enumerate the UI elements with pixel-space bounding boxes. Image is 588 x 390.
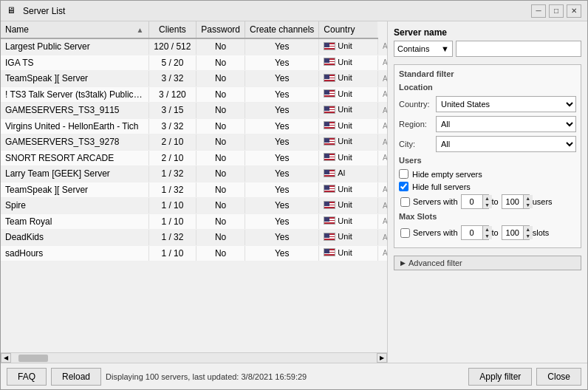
city-row: City: All [399,136,576,152]
min-users-input[interactable] [462,195,482,208]
us-flag [324,248,335,256]
col-header-channels[interactable]: Create channels [245,21,318,38]
minimize-button[interactable]: ─ [531,4,546,18]
country-select[interactable]: United States All Germany France [436,96,576,112]
country-text: Unit [338,41,352,50]
cell-clients: 2 / 10 [148,150,196,166]
cell-country: Unit [319,150,378,166]
city-label: City: [399,140,431,148]
country-text: Unit [338,216,352,225]
cell-name: ! TS3 Talk Server (ts3talk) Public ! b..… [1,86,148,103]
city-select[interactable]: All [436,136,576,152]
table-row[interactable]: Largest Public Server120 / 512NoYesUnitA… [1,38,387,55]
max-users-arrows: ▲ ▼ [523,195,533,208]
dropdown-arrow-icon: ▼ [441,44,449,53]
horizontal-scrollbar[interactable]: ◀ ▶ [1,352,387,363]
flag-icon: Unit [324,41,352,50]
scroll-thumb [18,355,48,362]
table-row[interactable]: ! TS3 Talk Server (ts3talk) Public ! b..… [1,86,387,103]
country-row: Country: United States All Germany Franc… [399,96,576,112]
country-text: Unit [338,137,352,146]
flag-icon: Unit [324,89,352,98]
cell-arrow: Ar [377,71,387,87]
faq-button[interactable]: FAQ [7,368,47,386]
max-slots-input[interactable] [502,226,523,239]
country-text: Unit [338,58,352,66]
cell-clients: 5 / 20 [148,55,196,71]
slots-range-checkbox[interactable] [400,228,410,238]
apply-filter-button[interactable]: Apply filter [468,368,532,386]
close-window-button[interactable]: ✕ [567,4,581,18]
min-slots-up[interactable]: ▲ [483,226,492,233]
max-slots-down[interactable]: ▼ [524,233,533,239]
scroll-track-area[interactable] [11,353,377,363]
flag-icon: Unit [324,232,352,241]
cell-name: Spire [1,198,148,214]
server-name-input[interactable] [456,41,581,57]
advanced-filter-button[interactable]: ▶ Advanced filter [394,256,581,270]
cell-country: Unit [319,198,378,214]
cell-password: No [196,71,245,87]
cell-arrow: Ar [377,38,387,55]
min-slots-input[interactable] [462,226,482,239]
max-slots-up[interactable]: ▲ [524,226,533,233]
us-flag [324,169,335,177]
table-row[interactable]: GAMESERVERS_TS3_92782 / 10NoYesUnitAr [1,134,387,151]
max-users-input[interactable] [502,195,523,208]
table-row[interactable]: TeamSpeak ][ Server1 / 32NoYesUnitAr [1,182,387,198]
cell-country: Al [319,166,378,182]
hide-empty-checkbox[interactable] [399,169,408,179]
col-header-clients[interactable]: Clients [148,21,196,38]
cell-channels: Yes [245,230,318,246]
users-range-checkbox[interactable] [400,197,410,207]
cell-name: Virgins United - HellonEarth - Tich [1,118,148,134]
country-text: Unit [338,232,352,241]
close-button[interactable]: Close [536,368,581,386]
cell-channels: Yes [245,166,318,182]
table-row[interactable]: DeadKids1 / 32NoYesUnitAr [1,230,387,246]
us-flag [324,201,335,209]
col-header-password[interactable]: Password [196,21,245,38]
hide-full-checkbox[interactable] [399,182,408,191]
cell-country: Unit [319,182,378,198]
cell-password: No [196,55,245,71]
region-select[interactable]: All [436,116,576,132]
cell-clients: 3 / 15 [148,103,196,119]
table-row[interactable]: TeamSpeak ][ Server3 / 32NoYesUnitAr [1,71,387,87]
flag-icon: Unit [324,200,352,209]
max-users-down[interactable]: ▼ [524,202,533,208]
min-users-down[interactable]: ▼ [483,202,492,208]
bottom-bar: FAQ Reload Displaying 100 servers, last … [1,363,587,389]
table-container[interactable]: Name ▲ Clients Password Cre [1,21,387,352]
col-header-name[interactable]: Name ▲ [1,21,148,38]
min-slots-down[interactable]: ▼ [483,233,492,239]
hide-full-label: Hide full servers [412,182,471,191]
scroll-left-button[interactable]: ◀ [1,353,11,363]
table-row[interactable]: GAMESERVERS_TS3_91153 / 15NoYesUnitAr [1,103,387,119]
table-row[interactable]: Larry Team [GEEK] Server1 / 32NoYesAl [1,166,387,182]
table-row[interactable]: SNORT RESORT ARCADE2 / 10NoYesUnitAr [1,150,387,166]
table-row[interactable]: Virgins United - HellonEarth - Tich3 / 3… [1,118,387,134]
cell-country: Unit [319,230,378,246]
max-slots-label: Max Slots [399,212,576,221]
table-row[interactable]: IGA TS5 / 20NoYesUnitAr [1,55,387,71]
table-row[interactable]: Team Royal1 / 10NoYesUnitAr [1,213,387,230]
cell-arrow: Ar [377,55,387,71]
min-users-up[interactable]: ▲ [483,195,492,202]
max-users-up[interactable]: ▲ [524,195,533,202]
maximize-button[interactable]: □ [549,4,564,18]
country-text: Unit [338,89,352,98]
standard-filter-label: Standard filter [399,69,576,78]
users-label2: users [533,197,553,206]
reload-button[interactable]: Reload [51,368,101,386]
table-row[interactable]: sadHours1 / 10NoYesUnitAr [1,245,387,261]
to-label: to [492,197,499,206]
max-slots-arrows: ▲ ▼ [523,226,533,239]
contains-dropdown[interactable]: Contains ▼ [394,41,453,57]
col-header-country[interactable]: Country [319,21,378,38]
cell-country: Unit [319,245,378,261]
scroll-right-button[interactable]: ▶ [377,353,387,363]
cell-password: No [196,230,245,246]
table-row[interactable]: Spire1 / 10NoYesUnitAr [1,198,387,214]
flag-icon: Unit [324,73,352,82]
